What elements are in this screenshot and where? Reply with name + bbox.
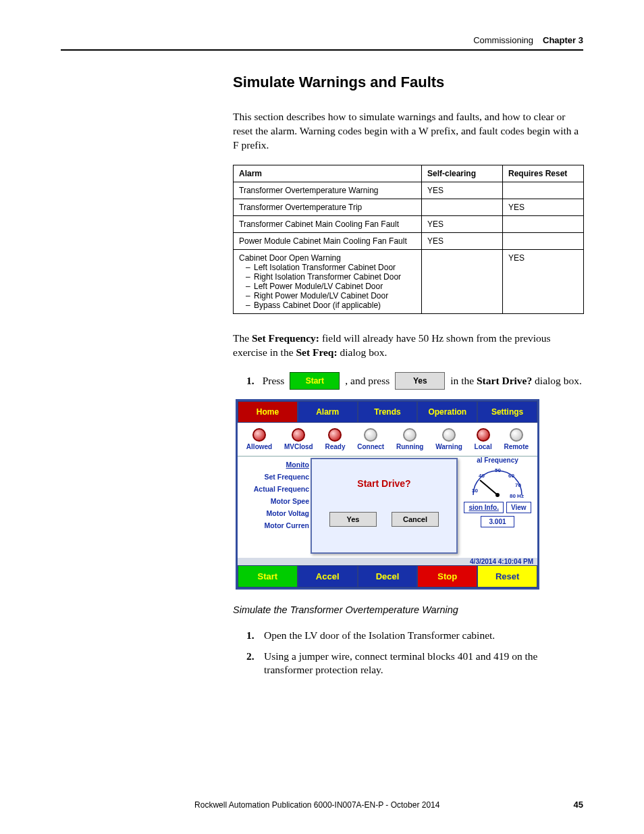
cell: [422, 199, 503, 215]
step-text: Using a jumper wire, connect terminal bl…: [264, 650, 584, 678]
status-label: Warning: [435, 443, 462, 450]
section-title: Simulate Warnings and Faults: [233, 74, 584, 91]
cell: Transformer Overtemperature Warning: [234, 182, 422, 199]
cell: Transformer Cabinet Main Cooling Fan Fau…: [234, 215, 422, 232]
timestamp: 4/3/2014 4:10:04 PM: [238, 558, 537, 565]
value-box: 3.001: [481, 516, 514, 527]
col-requiresreset: Requires Reset: [503, 165, 584, 182]
field-motor-voltage: Motor Voltag: [240, 509, 309, 517]
decel-button[interactable]: Decel: [358, 565, 418, 588]
table-row: Cabinet Door Open Warning Left Isolation…: [234, 249, 584, 313]
table-row: Power Module Cabinet Main Cooling Fan Fa…: [234, 232, 584, 249]
status-label: MVClosd: [284, 443, 313, 450]
status-label: Running: [396, 443, 424, 450]
led-allowed: [252, 428, 266, 442]
tab-alarm[interactable]: Alarm: [298, 401, 358, 423]
alarm-table: Alarm Self-clearing Requires Reset Trans…: [233, 165, 584, 314]
page-number: 45: [574, 800, 583, 810]
view-button[interactable]: View: [506, 502, 531, 513]
status-label: Connect: [357, 443, 384, 450]
tab-operation[interactable]: Operation: [417, 401, 477, 423]
publication-id: Rockwell Automation Publication 6000-IN0…: [194, 800, 439, 810]
svg-text:70: 70: [515, 482, 521, 488]
step-number: 1.: [246, 375, 254, 387]
accel-button[interactable]: Accel: [298, 565, 358, 588]
field-set-frequency: Set Frequenc: [240, 473, 309, 481]
sub-item: Left Isolation Transformer Cabinet Door: [246, 263, 416, 272]
cell: Cabinet Door Open Warning Left Isolation…: [234, 249, 422, 313]
svg-text:80 Hz: 80 Hz: [510, 493, 524, 499]
cell: YES: [503, 249, 584, 313]
sub-item: Bypass Cabinet Door (if applicable): [246, 301, 416, 310]
procedure-list: 1.Open the LV door of the Isolation Tran…: [246, 629, 584, 678]
intro-paragraph: This section describes how to simulate w…: [233, 110, 584, 153]
cell: Transformer Overtemperature Trip: [234, 199, 422, 215]
hmi-main: Monito Set Frequenc Actual Frequenc Moto…: [238, 457, 537, 558]
cell: YES: [503, 199, 584, 215]
svg-text:30: 30: [472, 488, 478, 494]
header-chapter: Chapter 3: [543, 35, 583, 45]
field-motor-speed: Motor Spee: [240, 497, 309, 505]
sion-info-link[interactable]: sion Info.: [464, 502, 503, 513]
cell: YES: [422, 182, 503, 199]
cell: [422, 249, 503, 313]
svg-point-1: [495, 493, 500, 497]
yes-button-image: Yes: [395, 372, 445, 390]
status-label: Remote: [504, 443, 529, 450]
status-label: Ready: [325, 443, 345, 450]
cell: [503, 215, 584, 232]
led-connect: [364, 428, 377, 442]
tab-home[interactable]: Home: [238, 401, 298, 423]
svg-text:60: 60: [508, 473, 514, 479]
monitor-header: Monito: [240, 461, 309, 469]
table-row: Transformer Cabinet Main Cooling Fan Fau…: [234, 215, 584, 232]
table-row: Transformer Overtemperature Trip YES: [234, 199, 584, 215]
svg-text:40: 40: [479, 473, 485, 479]
step-text: Open the LV door of the Isolation Transf…: [264, 629, 495, 643]
status-label: Allowed: [246, 443, 272, 450]
dialog-cancel-button[interactable]: Cancel: [392, 512, 439, 527]
gauge-panel: al Frequency 30 40 50 60 70 80 Hz: [460, 457, 535, 530]
start-drive-dialog: Start Drive? Yes Cancel: [311, 458, 458, 554]
field-motor-current: Motor Curren: [240, 521, 309, 529]
sub-item: Right Isolation Transformer Cabinet Door: [246, 272, 416, 282]
cell: YES: [422, 215, 503, 232]
led-warning: [442, 428, 456, 442]
field-actual-frequency: Actual Frequenc: [240, 485, 309, 493]
table-row: Transformer Overtemperature Warning YES: [234, 182, 584, 199]
page-footer: Rockwell Automation Publication 6000-IN0…: [61, 800, 583, 810]
cell: Power Module Cabinet Main Cooling Fan Fa…: [234, 232, 422, 249]
stop-button[interactable]: Stop: [417, 565, 477, 588]
col-alarm: Alarm: [234, 165, 422, 182]
dialog-yes-button[interactable]: Yes: [329, 512, 377, 527]
led-running: [403, 428, 417, 442]
cell: YES: [422, 232, 503, 249]
set-frequency-paragraph: The Set Frequency: field will already ha…: [233, 332, 584, 360]
led-local: [477, 428, 490, 442]
sub-heading: Simulate the Transformer Overtemperature…: [233, 604, 584, 615]
cell: [503, 182, 584, 199]
step-1: 1. Press Start, and press Yes in the Sta…: [246, 372, 584, 390]
reset-button[interactable]: Reset: [477, 565, 537, 588]
status-label: Local: [475, 443, 492, 450]
step-number: 2.: [246, 650, 257, 678]
page-header: Commissioning Chapter 3: [61, 35, 583, 45]
sub-item: Right Power Module/LV Cabinet Door: [246, 291, 416, 301]
col-selfclearing: Self-clearing: [422, 165, 503, 182]
tab-settings[interactable]: Settings: [477, 401, 537, 423]
text: in the Start Drive? dialog box.: [450, 375, 582, 387]
svg-text:50: 50: [495, 467, 501, 473]
header-rule: [61, 49, 583, 51]
start-button[interactable]: Start: [238, 565, 298, 588]
header-section: Commissioning: [473, 35, 533, 45]
frequency-gauge: 30 40 50 60 70 80 Hz: [469, 465, 526, 499]
start-button-image: Start: [290, 372, 340, 390]
alarm-name: Cabinet Door Open Warning: [239, 253, 341, 263]
monitor-panel: Monito Set Frequenc Actual Frequenc Moto…: [238, 457, 312, 558]
dialog-title: Start Drive?: [312, 478, 456, 489]
gauge-label: al Frequency: [460, 457, 535, 464]
text: Press: [263, 375, 285, 387]
svg-line-0: [480, 480, 498, 495]
tab-trends[interactable]: Trends: [358, 401, 418, 423]
cell: [503, 232, 584, 249]
